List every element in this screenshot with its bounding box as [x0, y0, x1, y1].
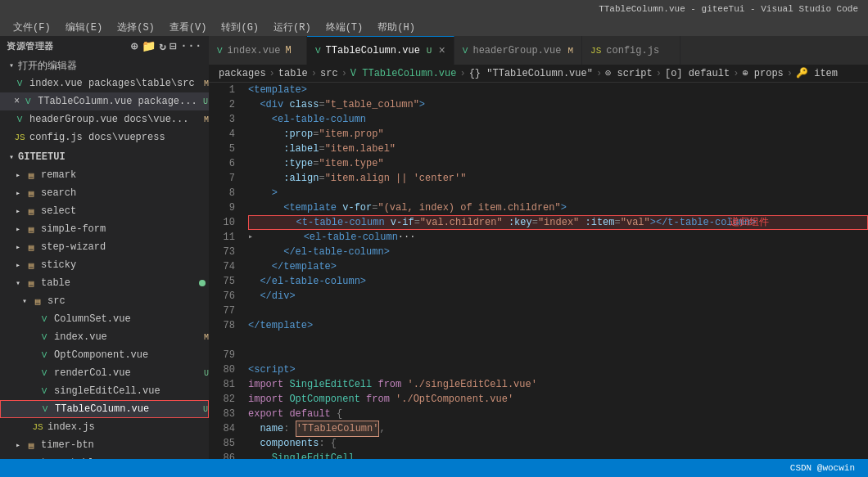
code-content[interactable]: <template> <div class="t_table_column"> …: [242, 83, 868, 459]
collapse-arrow[interactable]: ▸: [248, 230, 253, 245]
tab-close-button[interactable]: ×: [438, 45, 445, 56]
vue-icon: V: [38, 403, 52, 416]
menu-help[interactable]: 帮助(H): [371, 19, 422, 36]
code-editor: 1 2 3 4 5 6 7 8 9 10 11 73 74 75 76 77 7…: [209, 83, 868, 459]
menu-terminal[interactable]: 终端(T): [319, 19, 370, 36]
vue-icon: V: [21, 95, 34, 108]
code-line: </el-table-column>: [248, 245, 868, 259]
sidebar-item-simple-form[interactable]: ▤ simple-form: [0, 220, 209, 238]
code-line: :prop="item.prop": [248, 127, 868, 142]
refresh-icon[interactable]: ↻: [159, 39, 166, 53]
tab-label: index.vue: [228, 45, 281, 56]
menu-file[interactable]: 文件(F): [7, 19, 57, 36]
code-line: import SingleEditCell from './singleEdit…: [248, 377, 868, 392]
vue-icon: V: [463, 46, 468, 56]
collapse-icon[interactable]: ⊟: [170, 39, 177, 53]
folder-icon: ▤: [31, 295, 44, 308]
tab-label: TTableColumn.vue: [326, 45, 420, 56]
arrow: [13, 224, 23, 234]
new-file-icon[interactable]: ⊕: [131, 39, 138, 53]
vue-icon: V: [38, 331, 51, 344]
menu-edit[interactable]: 编辑(E): [59, 19, 110, 36]
sidebar-file-rendercol[interactable]: V renderCol.vue U: [0, 364, 209, 382]
code-line: </div>: [248, 289, 868, 304]
sidebar-item-remark[interactable]: ▤ remark: [0, 166, 209, 184]
folder-icon: ▤: [25, 439, 38, 452]
folder-icon: ▤: [25, 223, 38, 236]
code-line: </el-table-column>: [248, 274, 868, 289]
sidebar-file-columnset[interactable]: V ColumnSet.vue: [0, 310, 209, 328]
arrow: [13, 188, 23, 198]
sidebar-item-step-wizard[interactable]: ▤ step-wizard: [0, 238, 209, 256]
tab-config-js[interactable]: JS config.js: [582, 36, 680, 65]
js-icon: JS: [13, 131, 26, 144]
title-text: TTableColumn.vue - giteeTui - Visual Stu…: [599, 4, 858, 14]
code-line: [248, 304, 868, 318]
modified-dot: [199, 280, 206, 286]
sidebar-tree: 打开的编辑器 V index.vue packages\table\src M …: [0, 56, 209, 459]
js-icon: JS: [31, 421, 44, 434]
code-line: :label="item.label": [248, 142, 868, 156]
open-file-index-vue[interactable]: V index.vue packages\table\src M: [0, 74, 209, 92]
sidebar-title: 资源管理器: [7, 40, 54, 52]
tree-root-giteetui[interactable]: GITEETUI: [0, 148, 209, 166]
title-bar: TTableColumn.vue - giteeTui - Visual Stu…: [0, 0, 868, 18]
open-editors-section[interactable]: 打开的编辑器: [0, 56, 209, 74]
tab-modified-badge: M: [567, 46, 573, 56]
sidebar-item-select[interactable]: ▤ select: [0, 202, 209, 220]
arrow: [13, 170, 23, 180]
menu-view[interactable]: 查看(V): [163, 19, 214, 36]
code-line: <el-table-column: [248, 112, 868, 127]
folder-icon: ▤: [25, 241, 38, 254]
code-line-name: name: 'TTableColumn',: [248, 421, 868, 436]
new-folder-icon[interactable]: 📁: [142, 39, 156, 53]
vue-icon: V: [13, 113, 26, 126]
code-line: SingleEditCell,: [248, 451, 868, 459]
sidebar-item-src[interactable]: ▤ src: [0, 292, 209, 310]
sidebar-item-timer-btn[interactable]: ▤ timer-btn: [0, 436, 209, 454]
status-bar: CSDN @wocwin: [0, 459, 868, 477]
tab-label: headerGroup.vue: [472, 45, 561, 56]
vue-icon: V: [38, 313, 51, 326]
sidebar-file-ttablecolumn[interactable]: V TTableColumn.vue U: [0, 400, 209, 418]
tab-untracked-badge: U: [427, 46, 432, 56]
sidebar-file-index-js[interactable]: JS index.js: [0, 418, 209, 436]
sidebar-file-singleeditcell[interactable]: V singleEditCell.vue: [0, 382, 209, 400]
status-text: CSDN @wocwin: [784, 463, 861, 473]
root-label: GITEETUI: [18, 151, 209, 163]
open-editors-arrow: [7, 61, 16, 70]
open-file-config-js[interactable]: JS config.js docs\vuepress: [0, 128, 209, 146]
code-line: <template>: [248, 83, 868, 97]
sidebar-item-tree-table[interactable]: ▤ tree-table: [0, 454, 209, 459]
sidebar-file-optcomponent[interactable]: V OptComponent.vue: [0, 346, 209, 364]
code-line: [248, 348, 868, 362]
editor-area: V index.vue M V TTableColumn.vue U × V h…: [209, 36, 868, 459]
sidebar-item-sticky[interactable]: ▤ sticky: [0, 256, 209, 274]
code-line: </template>: [248, 259, 868, 274]
menu-goto[interactable]: 转到(G): [215, 19, 265, 36]
breadcrumb: packages › table › src › V TTableColumn.…: [209, 65, 868, 83]
close-icon[interactable]: ×: [14, 96, 20, 107]
vue-icon: V: [38, 349, 51, 362]
sidebar-item-search[interactable]: ▤ search: [0, 184, 209, 202]
folder-icon: ▤: [25, 259, 38, 272]
tab-index-vue[interactable]: V index.vue M: [209, 36, 307, 65]
folder-icon: ▤: [25, 277, 38, 290]
tabs-bar: V index.vue M V TTableColumn.vue U × V h…: [209, 36, 868, 65]
menu-run[interactable]: 运行(R): [267, 19, 318, 36]
menu-select[interactable]: 选择(S): [111, 19, 161, 36]
code-line: :align="item.align || 'center'": [248, 171, 868, 186]
open-file-headergroup[interactable]: V headerGroup.vue docs\vue... M: [0, 110, 209, 128]
code-line: <script>: [248, 362, 868, 377]
tab-ttablecolumn-vue[interactable]: V TTableColumn.vue U ×: [307, 36, 454, 65]
js-icon: JS: [590, 46, 601, 56]
sidebar-item-table[interactable]: ▤ table: [0, 274, 209, 292]
sidebar-file-index-vue[interactable]: V index.vue M: [0, 328, 209, 346]
menu-bar: 文件(F) 编辑(E) 选择(S) 查看(V) 转到(G) 运行(R) 终端(T…: [0, 18, 868, 36]
tab-headergroup-vue[interactable]: V headerGroup.vue M: [454, 36, 582, 65]
sidebar: 资源管理器 ⊕ 📁 ↻ ⊟ ··· 打开的编辑器 V index.vue pac…: [0, 36, 209, 459]
code-line-recursive: <t-table-column v-if="val.children" :key…: [248, 215, 868, 230]
code-line: [248, 333, 868, 348]
more-icon[interactable]: ···: [180, 39, 202, 53]
open-file-ttable-active[interactable]: × V TTableColumn.vue package... U: [0, 92, 209, 110]
